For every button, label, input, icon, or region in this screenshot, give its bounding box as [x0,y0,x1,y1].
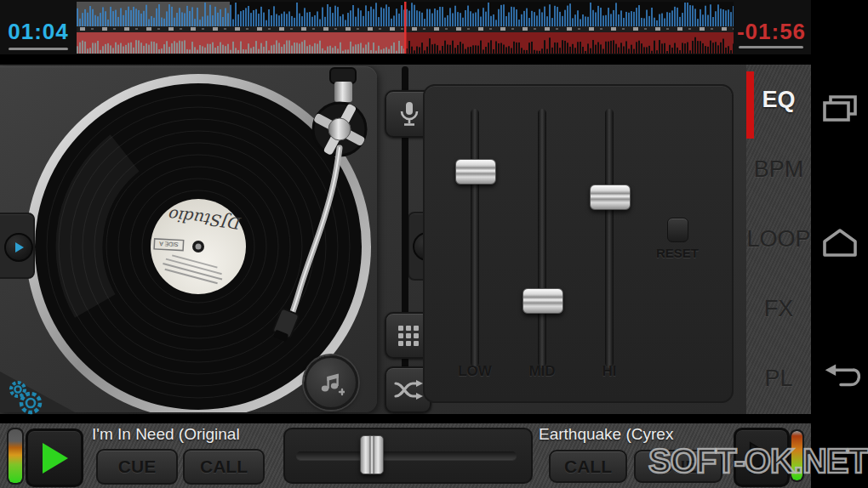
vu-fill [9,429,22,483]
crossfader-knob[interactable] [360,435,384,474]
eq-low-slider-knob[interactable] [455,159,496,184]
deck-a-cue-button[interactable]: CUE [96,449,178,485]
eq-hi-label: HI [584,363,635,380]
microphone-icon [397,100,421,128]
active-tab-indicator [746,71,754,139]
dj-studio-app: 01:04 -01:56 [0,0,868,488]
tab-bpm[interactable]: BPM [746,134,811,204]
waveform-display[interactable] [77,2,734,54]
fx-tab-strip: EQ BPM LOOP FX PL [746,65,811,414]
record-label-side-text: SIDE A [159,241,179,247]
play-arrow-icon [13,241,25,253]
tab-fx[interactable]: FX [746,275,811,344]
shuffle-icon [393,377,424,403]
deck-a-play-button[interactable] [26,428,83,487]
recent-apps-icon [820,93,859,123]
tab-eq[interactable]: EQ [746,65,811,134]
crossfader-track[interactable] [296,451,517,460]
deck-b-remaining-time: -01:56 [732,19,811,45]
deck-a-time-underline [9,48,68,50]
deck-b-track-title: Earthquake (Cyrex [539,425,673,444]
eq-reset-button[interactable] [667,218,688,242]
eq-mid-track[interactable] [538,109,546,367]
play-icon [39,441,70,475]
home-button[interactable] [819,225,860,259]
back-icon [819,361,860,392]
tab-loop[interactable]: LOOP [746,204,811,274]
add-track-button[interactable] [304,355,358,410]
deck-a-elapsed-time: 01:04 [0,19,77,45]
spindle [196,244,202,250]
watermark: SOFT-OK.NET [648,442,868,480]
recent-apps-button[interactable] [819,91,860,125]
grid-icon [397,324,420,348]
eq-panel [423,84,734,403]
music-note-add-icon [317,369,345,396]
eq-low-label: LOW [449,363,500,380]
deck-b-call-button[interactable]: CALL [549,450,627,483]
eq-mid-label: MID [517,363,568,380]
gears-icon[interactable] [3,377,49,417]
eq-reset-label: RESET [648,246,707,260]
eq-mid-slider-knob[interactable] [523,288,563,314]
waveform-svg[interactable] [77,2,734,54]
deck-a-call-button[interactable]: CALL [183,449,265,485]
home-icon [819,226,860,258]
tab-pl[interactable]: PL [746,344,811,414]
deck-a-track-title: I'm In Need (Original [92,425,240,444]
back-button[interactable] [819,360,860,394]
deck-b-time-underline [739,46,803,48]
eq-hi-slider-knob[interactable] [590,184,631,210]
deck-a-vu-meter [7,428,24,485]
eq-low-track[interactable] [471,109,479,367]
deck-a-monitor-button[interactable] [4,233,33,262]
eq-hi-track[interactable] [605,109,614,367]
